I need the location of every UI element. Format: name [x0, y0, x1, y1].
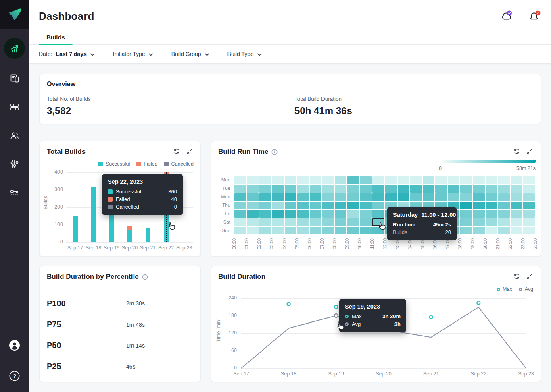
- heatmap-cell[interactable]: [460, 202, 472, 209]
- heatmap-cell[interactable]: [460, 176, 472, 184]
- heatmap-cell[interactable]: [247, 227, 259, 234]
- legend-item[interactable]: Max: [497, 286, 512, 292]
- heatmap-cell[interactable]: [347, 210, 359, 218]
- heatmap-cell[interactable]: [360, 218, 372, 226]
- heatmap-cell[interactable]: [297, 210, 309, 218]
- sidebar-item-access-keys[interactable]: [0, 178, 29, 207]
- heatmap-cell[interactable]: [511, 176, 522, 184]
- heatmap-cell[interactable]: [523, 210, 535, 218]
- heatmap-cell[interactable]: [372, 202, 384, 209]
- max-point[interactable]: [477, 301, 480, 305]
- heatmap-cell[interactable]: [234, 185, 246, 193]
- heatmap-cell[interactable]: [335, 210, 346, 218]
- heatmap-cell[interactable]: [473, 218, 484, 226]
- heatmap-cell[interactable]: [460, 227, 472, 234]
- heatmap-cell[interactable]: [360, 176, 372, 184]
- heatmap-cell[interactable]: [473, 176, 484, 184]
- heatmap-cell[interactable]: [435, 193, 447, 201]
- heatmap-cell[interactable]: [285, 202, 296, 209]
- bar-segment[interactable]: [127, 226, 132, 230]
- heatmap-cell[interactable]: [498, 176, 510, 184]
- max-point[interactable]: [430, 315, 433, 319]
- heatmap-cell[interactable]: [410, 176, 422, 184]
- heatmap-cell[interactable]: [347, 218, 359, 226]
- heatmap-cell[interactable]: [360, 227, 372, 234]
- heatmap-cell[interactable]: [398, 176, 409, 184]
- heatmap-cell[interactable]: [310, 210, 321, 218]
- heatmap-cell[interactable]: [448, 193, 459, 201]
- heatmap-cell[interactable]: [335, 227, 346, 234]
- legend-item[interactable]: Cancelled: [164, 161, 194, 167]
- sidebar-item-settings[interactable]: [0, 149, 29, 178]
- filter-build-type[interactable]: Build Type: [227, 51, 261, 57]
- bar-segment[interactable]: [127, 230, 132, 242]
- heatmap-cell[interactable]: [498, 210, 510, 218]
- heatmap-cell[interactable]: [322, 210, 334, 218]
- heatmap-cell[interactable]: [486, 176, 497, 184]
- heatmap-cell[interactable]: [234, 210, 246, 218]
- bar-segment[interactable]: [146, 228, 150, 242]
- info-icon[interactable]: [142, 274, 148, 280]
- heatmap-cell[interactable]: [259, 193, 271, 201]
- expand-button[interactable]: [186, 148, 193, 155]
- heatmap-cell[interactable]: [234, 227, 246, 234]
- heatmap-cell[interactable]: [498, 227, 510, 234]
- heatmap-cell[interactable]: [247, 218, 259, 226]
- heatmap-cell[interactable]: [310, 193, 321, 201]
- heatmap-cell[interactable]: [259, 185, 271, 193]
- heatmap-cell[interactable]: [511, 218, 522, 226]
- heatmap-cell[interactable]: [285, 193, 296, 201]
- heatmap-cell[interactable]: [486, 227, 497, 234]
- heatmap-cell[interactable]: [360, 185, 372, 193]
- heatmap-cell[interactable]: [347, 185, 359, 193]
- heatmap-cell[interactable]: [385, 176, 397, 184]
- bar-segment[interactable]: [91, 187, 96, 242]
- heatmap-cell[interactable]: [523, 202, 535, 209]
- heatmap-cell[interactable]: [473, 202, 484, 209]
- filter-date[interactable]: Date:Last 7 days: [39, 51, 94, 57]
- refresh-button[interactable]: [513, 273, 520, 280]
- heatmap-cell[interactable]: [347, 202, 359, 209]
- heatmap-cell[interactable]: [259, 218, 271, 226]
- heatmap-cell[interactable]: [310, 176, 321, 184]
- heatmap-cell[interactable]: [335, 176, 346, 184]
- heatmap-cell[interactable]: [297, 218, 309, 226]
- heatmap-cell[interactable]: [486, 193, 497, 201]
- heatmap-cell[interactable]: [285, 227, 296, 234]
- heatmap-cell[interactable]: [460, 193, 472, 201]
- app-logo[interactable]: [0, 0, 29, 29]
- heatmap-cell[interactable]: [234, 202, 246, 209]
- heatmap-cell[interactable]: [360, 193, 372, 201]
- heatmap-cell[interactable]: [498, 185, 510, 193]
- heatmap-cell[interactable]: [398, 185, 409, 193]
- heatmap-cell[interactable]: [435, 176, 447, 184]
- heatmap-cell[interactable]: [335, 193, 346, 201]
- heatmap-cell[interactable]: [297, 193, 309, 201]
- heatmap-cell[interactable]: [297, 202, 309, 209]
- heatmap-cell[interactable]: [460, 218, 472, 226]
- heatmap-cell[interactable]: [460, 185, 472, 193]
- heatmap-cell[interactable]: [473, 210, 484, 218]
- sidebar-item-insights[interactable]: [4, 38, 25, 59]
- refresh-button[interactable]: [173, 148, 180, 155]
- heatmap-cell[interactable]: [360, 202, 372, 209]
- heatmap-cell[interactable]: [322, 193, 334, 201]
- heatmap-cell[interactable]: [523, 185, 535, 193]
- refresh-button[interactable]: [513, 148, 520, 155]
- heatmap-cell[interactable]: [435, 185, 447, 193]
- heatmap-cell[interactable]: [498, 202, 510, 209]
- heatmap-cell[interactable]: [259, 176, 271, 184]
- heatmap-cell[interactable]: [511, 210, 522, 218]
- heatmap-cell[interactable]: [297, 176, 309, 184]
- build-status-cloud-button[interactable]: [501, 10, 513, 22]
- heatmap-cell[interactable]: [347, 193, 359, 201]
- sidebar-item-apps[interactable]: [0, 64, 29, 92]
- heatmap-cell[interactable]: [423, 185, 434, 193]
- filter-initiator-type[interactable]: Initiator Type: [113, 51, 153, 57]
- heatmap-cell[interactable]: [423, 193, 434, 201]
- bar-segment[interactable]: [73, 216, 78, 242]
- heatmap-cell[interactable]: [486, 210, 497, 218]
- notifications-button[interactable]: 2: [529, 10, 541, 22]
- heatmap-cell[interactable]: [272, 210, 284, 218]
- heatmap-cell[interactable]: [310, 202, 321, 209]
